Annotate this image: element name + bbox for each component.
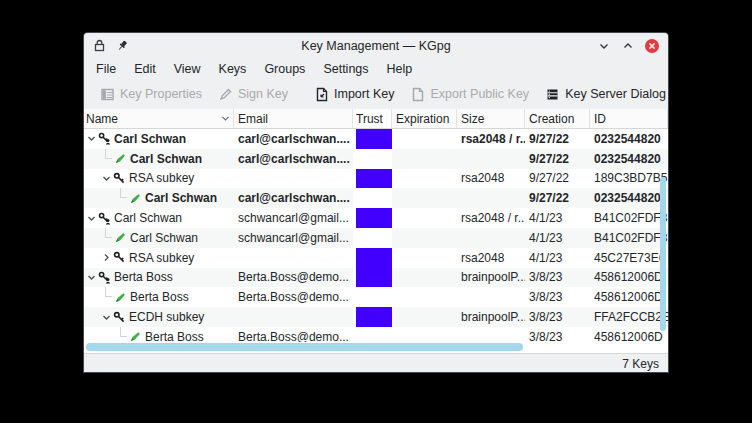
expander-chevron-down-icon[interactable] bbox=[86, 134, 97, 143]
email-cell: Berta.Boss@demo... bbox=[234, 327, 353, 342]
lock-icon[interactable] bbox=[91, 38, 107, 54]
key-name-label: ECDH subkey bbox=[129, 310, 204, 324]
trust-cell bbox=[353, 149, 392, 169]
menu-edit[interactable]: Edit bbox=[125, 60, 165, 78]
name-cell: RSA subkey bbox=[84, 248, 234, 268]
expander-chevron-down-icon[interactable] bbox=[101, 313, 112, 322]
trust-level-bar bbox=[356, 268, 392, 288]
key-name-label: Berta Boss bbox=[145, 330, 204, 342]
column-header-id[interactable]: ID bbox=[590, 109, 668, 128]
key-tree-view: NameEmailTrustExpirationSizeCreationID C… bbox=[84, 109, 668, 342]
trust-level-bar bbox=[356, 208, 392, 228]
close-button[interactable] bbox=[644, 38, 660, 54]
name-cell: ECDH subkey bbox=[84, 307, 234, 327]
pin-icon[interactable] bbox=[114, 38, 130, 54]
toolbar-button-label: Export Public Key bbox=[430, 87, 529, 101]
vertical-scrollbar[interactable] bbox=[660, 129, 667, 342]
id-cell: 0232544820 bbox=[590, 188, 668, 208]
key-icon bbox=[112, 311, 126, 324]
export-public-key-button[interactable]: Export Public Key bbox=[402, 83, 537, 106]
column-header-label: Email bbox=[238, 112, 268, 126]
size-cell bbox=[457, 228, 525, 248]
table-row[interactable]: Carl Schwancarl@carlschwan....rsa2048 / … bbox=[84, 129, 668, 149]
toolbar-button-label: Import Key bbox=[334, 87, 394, 101]
menu-view[interactable]: View bbox=[165, 60, 210, 78]
horizontal-scrollbar[interactable] bbox=[84, 342, 668, 353]
column-header-trust[interactable]: Trust bbox=[353, 109, 392, 128]
key-pair-icon bbox=[97, 271, 111, 284]
titlebar[interactable]: Key Management — KGpg bbox=[84, 33, 668, 58]
expander-chevron-down-icon[interactable] bbox=[86, 214, 97, 223]
horizontal-scrollbar-handle[interactable] bbox=[86, 343, 523, 351]
table-row[interactable]: ECDH subkeybrainpoolP...3/8/23FFA2FCCB2E bbox=[84, 307, 668, 327]
menu-file[interactable]: File bbox=[87, 60, 125, 78]
minimize-button[interactable] bbox=[596, 38, 612, 54]
column-header-expiration[interactable]: Expiration bbox=[392, 109, 457, 128]
name-cell: Berta Boss bbox=[84, 268, 234, 288]
column-header-size[interactable]: Size bbox=[457, 109, 525, 128]
column-header-creation[interactable]: Creation bbox=[525, 109, 590, 128]
column-header-email[interactable]: Email bbox=[234, 109, 353, 128]
creation-cell: 4/1/23 bbox=[525, 248, 590, 268]
name-cell: Carl Schwan bbox=[84, 129, 234, 149]
table-row[interactable]: Carl Schwanschwancarl@gmail...rsa2048 / … bbox=[84, 208, 668, 228]
import-key-button[interactable]: Import Key bbox=[306, 83, 402, 106]
menu-help[interactable]: Help bbox=[378, 60, 422, 78]
table-row[interactable]: Berta BossBerta.Boss@demo...brainpoolP..… bbox=[84, 268, 668, 288]
expiration-cell bbox=[392, 327, 457, 342]
size-cell bbox=[457, 149, 525, 169]
expander-chevron-down-icon[interactable] bbox=[101, 174, 112, 183]
email-cell bbox=[234, 307, 353, 327]
table-row[interactable]: Berta BossBerta.Boss@demo...3/8/23458612… bbox=[84, 327, 668, 342]
name-cell: Berta Boss bbox=[84, 287, 234, 307]
key-properties-icon bbox=[100, 87, 115, 102]
trust-cell bbox=[353, 327, 392, 342]
menubar: FileEditViewKeysGroupsSettingsHelp bbox=[84, 58, 668, 79]
toolbar-button-label: Key Properties bbox=[120, 87, 202, 101]
email-cell bbox=[234, 169, 353, 189]
toolbar-button-label: Key Server Dialog bbox=[565, 87, 666, 101]
maximize-button[interactable] bbox=[620, 38, 636, 54]
id-cell: FFA2FCCB2E bbox=[590, 307, 668, 327]
creation-cell: 4/1/23 bbox=[525, 208, 590, 228]
id-cell: 458612006D bbox=[590, 268, 668, 288]
size-cell: brainpoolP... bbox=[457, 307, 525, 327]
expiration-cell bbox=[392, 149, 457, 169]
menu-groups[interactable]: Groups bbox=[255, 60, 314, 78]
table-row[interactable]: RSA subkeyrsa20489/27/22189C3BD7B5 bbox=[84, 169, 668, 189]
trust-cell bbox=[353, 129, 392, 149]
vertical-scrollbar-handle[interactable] bbox=[660, 177, 666, 331]
toolbar: Key PropertiesSign KeyImport KeyExport P… bbox=[84, 79, 668, 109]
signature-pen-icon bbox=[113, 152, 127, 165]
table-row[interactable]: Carl Schwancarl@carlschwan....9/27/22023… bbox=[84, 188, 668, 208]
column-header-name[interactable]: Name bbox=[84, 109, 234, 128]
table-header: NameEmailTrustExpirationSizeCreationID bbox=[84, 109, 668, 129]
size-cell bbox=[457, 188, 525, 208]
sign-key-button[interactable]: Sign Key bbox=[210, 83, 296, 106]
expander-chevron-down-icon[interactable] bbox=[86, 273, 97, 282]
key-properties-button[interactable]: Key Properties bbox=[92, 83, 210, 106]
column-header-label: Trust bbox=[356, 112, 383, 126]
expander-chevron-right-icon[interactable] bbox=[101, 253, 112, 262]
menu-settings[interactable]: Settings bbox=[314, 60, 377, 78]
tree-branch-line bbox=[101, 149, 113, 169]
menu-keys[interactable]: Keys bbox=[210, 60, 256, 78]
trust-cell bbox=[353, 169, 392, 189]
key-name-label: Berta Boss bbox=[130, 290, 189, 304]
expiration-cell bbox=[392, 307, 457, 327]
creation-cell: 9/27/22 bbox=[525, 188, 590, 208]
import-key-icon bbox=[314, 87, 329, 102]
table-row[interactable]: Carl Schwancarl@carlschwan....9/27/22023… bbox=[84, 149, 668, 169]
email-cell: schwancarl@gmail... bbox=[234, 208, 353, 228]
table-row[interactable]: RSA subkeyrsa20484/1/2345C27E73E6 bbox=[84, 248, 668, 268]
id-cell: 458612006D bbox=[590, 327, 668, 342]
creation-cell: 3/8/23 bbox=[525, 327, 590, 342]
trust-cell bbox=[353, 208, 392, 228]
table-row[interactable]: Berta BossBerta.Boss@demo...3/8/23458612… bbox=[84, 287, 668, 307]
table-row[interactable]: Carl Schwanschwancarl@gmail...4/1/23B41C… bbox=[84, 228, 668, 248]
key-server-dialog-button[interactable]: Key Server Dialog bbox=[537, 83, 668, 106]
email-cell: Berta.Boss@demo... bbox=[234, 287, 353, 307]
key-name-label: RSA subkey bbox=[129, 171, 194, 185]
signature-pen-icon bbox=[113, 291, 127, 304]
trust-level-bar bbox=[356, 169, 392, 189]
